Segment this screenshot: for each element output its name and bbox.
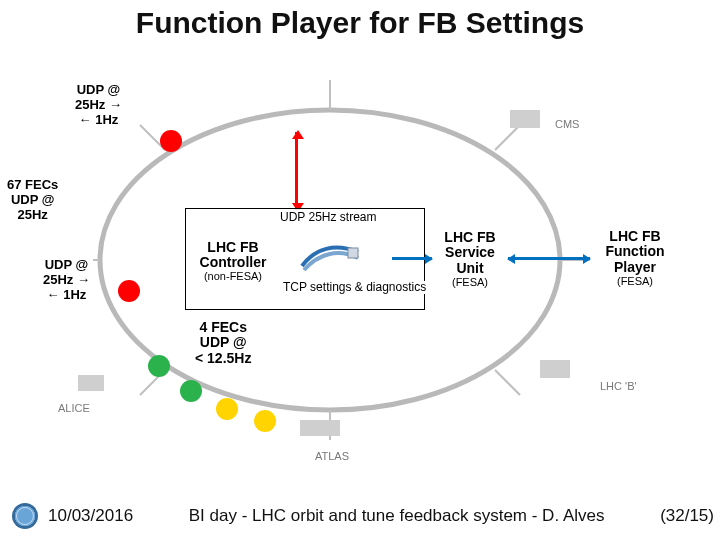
svg-rect-10 — [540, 360, 570, 378]
kicker-node-icon — [254, 410, 276, 432]
text: Player — [614, 260, 656, 275]
text: Function — [605, 244, 664, 259]
box-lhc-fb-function-player: LHC FB Function Player (FESA) — [595, 216, 675, 300]
kicker-node-icon — [148, 355, 170, 377]
text: Service — [445, 245, 495, 260]
kicker-node-icon — [216, 398, 238, 420]
text: LHC FB — [609, 229, 660, 244]
svg-line-8 — [495, 370, 520, 395]
footer-date: 10/03/2016 — [48, 506, 133, 526]
label-67-fecs: 67 FECs UDP @ 25Hz — [4, 175, 61, 226]
kicker-node-icon — [180, 380, 202, 402]
text: Controller — [200, 255, 267, 270]
cern-logo-icon — [12, 503, 38, 529]
text: LHC FB — [444, 230, 495, 245]
slide-footer: 10/03/2016 BI day - LHC orbit and tune f… — [0, 502, 720, 530]
slide-title: Function Player for FB Settings — [0, 6, 720, 40]
svg-rect-9 — [510, 110, 540, 128]
text: (non-FESA) — [204, 270, 262, 282]
svg-line-6 — [495, 125, 520, 150]
box-lhc-fb-controller: LHC FB Controller (non-FESA) — [193, 232, 273, 290]
bpm-node-icon — [118, 280, 140, 302]
label-4-fecs: 4 FECs UDP @ < 12.5Hz — [195, 320, 251, 366]
label-atlas: ATLAS — [315, 450, 349, 462]
footer-talk-title: BI day - LHC orbit and tune feedback sys… — [133, 506, 660, 526]
svg-rect-12 — [78, 375, 104, 391]
footer-page-number: (32/15) — [660, 506, 720, 526]
label-lhcb: LHC 'B' — [600, 380, 637, 392]
label-udp-25hz-1hz-mid: UDP @ 25Hz → ← 1Hz — [40, 255, 93, 306]
label-udp-25hz-1hz-top: UDP @ 25Hz → ← 1Hz — [72, 80, 125, 131]
text: LHC FB — [207, 240, 258, 255]
text: (FESA) — [617, 275, 653, 287]
box-lhc-fb-service-unit: LHC FB Service Unit (FESA) — [435, 222, 505, 296]
svg-rect-11 — [300, 420, 340, 436]
label-tcp-settings: TCP settings & diagnostics — [283, 281, 426, 294]
label-cms: CMS — [555, 118, 579, 130]
label-udp-stream: UDP 25Hz stream — [280, 210, 376, 224]
label-alice: ALICE — [58, 402, 90, 414]
bpm-node-icon — [160, 130, 182, 152]
text: (FESA) — [452, 276, 488, 288]
text: Unit — [456, 261, 483, 276]
arrow-udp-stream-icon — [295, 132, 298, 210]
